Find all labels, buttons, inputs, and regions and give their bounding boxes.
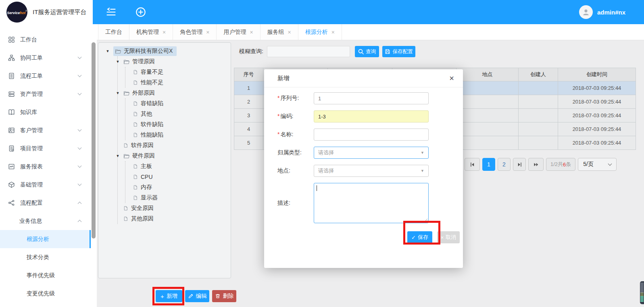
tree-node[interactable]: 容错缺陷 xyxy=(125,98,231,109)
location-select[interactable]: 请选择 ▼ xyxy=(314,165,429,177)
tree-node[interactable]: ▼ 管理原因 xyxy=(115,56,231,67)
chevron-down-icon xyxy=(608,162,612,166)
chevron-down-icon xyxy=(78,91,82,95)
tree-node[interactable]: 内存 xyxy=(125,182,231,193)
brand-text-left: Service xyxy=(7,11,20,15)
page-size-select[interactable]: 5/页 xyxy=(578,158,617,171)
query-button-label: 查询 xyxy=(366,48,376,55)
sidebar-item-root-cause-analysis[interactable]: 根源分析 xyxy=(0,230,91,248)
tab-close-icon[interactable]: × xyxy=(331,29,335,35)
caret-down-icon[interactable]: ▼ xyxy=(115,154,121,158)
save-config-button[interactable]: 保存配置 xyxy=(382,46,415,57)
sidebar-item-process-config[interactable]: 流程配置 xyxy=(0,194,91,212)
sidebar-item-label: 根源分析 xyxy=(27,236,49,243)
tree-node[interactable]: ▼ 外部原因 xyxy=(115,88,231,98)
file-icon xyxy=(133,80,138,85)
tab-root-cause-analysis[interactable]: 根源分析 × xyxy=(298,24,342,40)
sidebar-item-incident-priority[interactable]: 事件优先级 xyxy=(0,266,91,284)
tree-node[interactable]: 性能缺陷 xyxy=(125,130,231,140)
description-textarea[interactable] xyxy=(314,183,429,223)
add-tab-icon[interactable] xyxy=(135,7,146,17)
add-dialog: 新增 × 序列号: 编码: 名称: 归属类型: 请选择 ▼ 地点: 请选择 ▼ … xyxy=(264,69,463,268)
edit-button[interactable]: 编辑 xyxy=(185,290,209,302)
tree-node[interactable]: CPU xyxy=(125,172,231,182)
sidebar-item-project-mgmt[interactable]: 项目管理 xyxy=(0,139,91,158)
type-select[interactable]: 请选择 ▼ xyxy=(314,147,429,159)
page-button-2[interactable]: 2 xyxy=(498,158,511,171)
tree-node[interactable]: 其他原因 xyxy=(115,214,231,224)
save-button[interactable]: ✓ 保存 xyxy=(407,231,432,243)
sidebar-item-tech-category[interactable]: 技术分类 xyxy=(0,248,91,266)
tree-node[interactable]: 主板 xyxy=(125,161,231,172)
caret-down-icon[interactable]: ▼ xyxy=(105,49,110,53)
delete-button[interactable]: 删除 xyxy=(212,290,236,302)
sidebar-item-service-reports[interactable]: 服务报表 xyxy=(0,158,91,176)
add-button[interactable]: + 新增 xyxy=(156,290,182,302)
tree-node-selected[interactable]: 无限科技有限公司X xyxy=(113,46,177,56)
save-config-label: 保存配置 xyxy=(392,48,413,55)
tree-node-label: 安全原因 xyxy=(131,205,154,212)
cross-icon: × xyxy=(441,234,444,241)
caret-down-icon[interactable]: ▼ xyxy=(115,60,121,64)
cell-seq: 4 xyxy=(234,122,263,136)
tree-node-root[interactable]: ▼ 无限科技有限公司X xyxy=(98,46,231,56)
sidebar-item-customer-mgmt[interactable]: 客户管理 xyxy=(0,121,91,139)
name-input[interactable] xyxy=(314,129,429,141)
tree-node-label: 容量不足 xyxy=(141,68,163,76)
close-icon[interactable]: × xyxy=(449,74,454,82)
tree-node[interactable]: 安全原因 xyxy=(115,203,231,214)
page-button-1[interactable]: 1 xyxy=(482,158,495,171)
tree-children: 主板 CPU 内存 显示器 xyxy=(125,161,231,203)
tree-node[interactable]: 其他 xyxy=(125,109,231,119)
sidebar-item-change-priority[interactable]: 变更优先级 xyxy=(0,284,91,303)
page-last-button[interactable] xyxy=(528,158,544,171)
tab-close-icon[interactable]: × xyxy=(288,29,291,35)
sidebar-item-base-mgmt[interactable]: 基础管理 xyxy=(0,176,91,194)
username[interactable]: admin#nx xyxy=(597,9,625,16)
tree-node-label: CPU xyxy=(141,174,153,180)
sidebar-item-workbench[interactable]: 工作台 xyxy=(0,31,91,49)
page-first-button[interactable] xyxy=(465,158,480,171)
sidebar-item-asset-mgmt[interactable]: 资产管理 xyxy=(0,85,91,103)
query-button[interactable]: 查询 xyxy=(355,46,379,57)
tab-org-mgmt[interactable]: 机构管理 × xyxy=(129,24,173,40)
sidebar-scrollbar[interactable] xyxy=(92,42,96,239)
pagination-info: 1/2共6条 xyxy=(546,158,575,171)
tree-node[interactable]: ▼ 硬件原因 xyxy=(115,151,231,161)
document-icon xyxy=(8,73,15,79)
cell-created-at: 2018-07-03 09:25:44 xyxy=(558,81,636,95)
tree-node[interactable]: 显示器 xyxy=(125,193,231,203)
tree-node[interactable]: 软件原因 xyxy=(115,140,231,151)
tab-user-mgmt[interactable]: 用户管理 × xyxy=(217,24,260,40)
tab-close-icon[interactable]: × xyxy=(206,29,209,35)
sidebar-item-process-tickets[interactable]: 流程工单 xyxy=(0,67,91,85)
cancel-button[interactable]: × 取消 xyxy=(437,231,460,243)
tree-node[interactable]: 容量不足 xyxy=(125,67,231,77)
user-avatar[interactable] xyxy=(579,5,593,19)
mini-scrollbar-widget[interactable] xyxy=(640,281,644,304)
page-next-button[interactable] xyxy=(513,158,526,171)
field-label-serial: 序列号: xyxy=(277,95,314,102)
sidebar-collapse-icon[interactable] xyxy=(106,8,117,17)
tab-label: 角色管理 xyxy=(180,29,202,36)
file-icon xyxy=(133,132,138,138)
tab-role-mgmt[interactable]: 角色管理 × xyxy=(173,24,217,40)
tab-service-group[interactable]: 服务组 × xyxy=(261,24,298,40)
tab-close-icon[interactable]: × xyxy=(250,29,253,35)
sidebar-item-collab-tickets[interactable]: 协同工单 xyxy=(0,49,91,67)
search-icon xyxy=(358,49,364,54)
tab-close-icon[interactable]: × xyxy=(163,29,166,35)
fuzzy-search-input[interactable] xyxy=(267,46,350,57)
tab-workbench[interactable]: 工作台 xyxy=(98,24,129,40)
sidebar-item-business-info[interactable]: 业务信息 xyxy=(0,212,91,230)
tree-node[interactable]: 性能不足 xyxy=(125,77,231,88)
code-input[interactable] xyxy=(314,110,429,122)
chevron-up-icon xyxy=(78,220,82,224)
sidebar-item-knowledge-base[interactable]: 知识库 xyxy=(0,103,91,121)
tab-label: 用户管理 xyxy=(223,29,246,36)
user-menu[interactable]: admin#nx xyxy=(579,5,625,19)
tree-node[interactable]: 软件缺陷 xyxy=(125,119,231,130)
caret-down-icon[interactable]: ▼ xyxy=(115,91,121,95)
serial-input[interactable] xyxy=(314,92,429,104)
sidebar-item-label: 客户管理 xyxy=(20,127,43,134)
